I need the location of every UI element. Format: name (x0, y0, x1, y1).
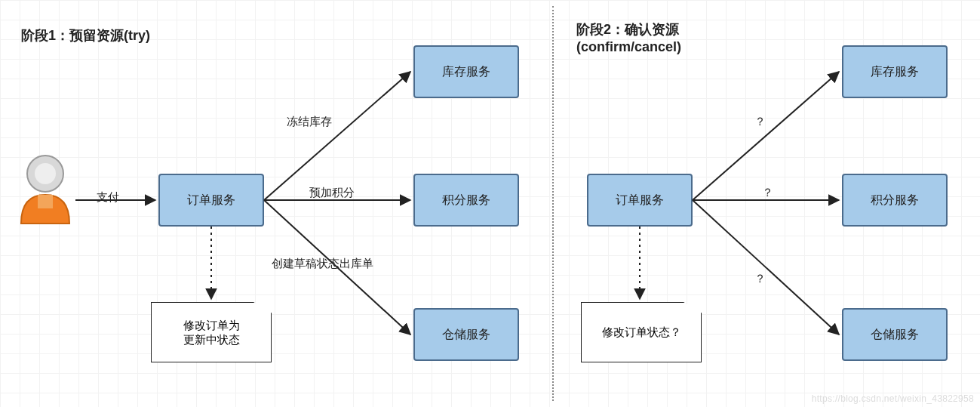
phase2-order-service: 订单服务 (587, 174, 693, 227)
phase1-points-service-label: 积分服务 (442, 193, 490, 208)
phase2-order-service-label: 订单服务 (616, 193, 664, 208)
svg-rect-2 (38, 195, 53, 208)
phase1-points-service: 积分服务 (413, 174, 519, 227)
phase2-title: 阶段2：确认资源 (confirm/cancel) (576, 21, 681, 57)
phase1-inventory-service: 库存服务 (413, 45, 519, 98)
phase-divider (552, 6, 554, 401)
phase1-order-service-label: 订单服务 (187, 193, 235, 208)
phase1-warehouse-service: 仓储服务 (413, 308, 519, 361)
edge-q3-label: ？ (754, 272, 766, 286)
edge-points-label: 预加积分 (309, 186, 355, 200)
svg-line-8 (693, 72, 839, 200)
svg-line-4 (264, 72, 410, 200)
phase2-points-service-label: 积分服务 (871, 193, 919, 208)
edge-pay-label: 支付 (97, 190, 119, 205)
phase1-note: 修改订单为 更新中状态 (151, 302, 272, 362)
phase2-warehouse-service: 仓储服务 (842, 308, 948, 361)
phase2-note-text: 修改订单状态？ (602, 325, 681, 340)
phase1-note-text: 修改订单为 更新中状态 (183, 318, 240, 347)
edge-q2-label: ？ (762, 186, 773, 200)
edge-freeze-label: 冻结库存 (287, 115, 332, 129)
watermark: https://blog.csdn.net/weixin_43822958 (812, 393, 974, 404)
phase1-order-service: 订单服务 (158, 174, 264, 227)
phase1-inventory-service-label: 库存服务 (442, 64, 490, 80)
user-icon (15, 151, 75, 234)
phase2-warehouse-service-label: 仓储服务 (871, 327, 919, 343)
phase1-title: 阶段1：预留资源(try) (21, 27, 150, 45)
phase2-inventory-service: 库存服务 (842, 45, 948, 98)
phase2-points-service: 积分服务 (842, 174, 948, 227)
svg-line-10 (693, 200, 839, 335)
edge-draft-label: 创建草稿状态出库单 (272, 257, 373, 271)
phase2-inventory-service-label: 库存服务 (871, 64, 919, 80)
phase2-note: 修改订单状态？ (581, 302, 702, 362)
svg-point-1 (35, 163, 56, 184)
edge-q1-label: ？ (754, 115, 766, 129)
phase1-warehouse-service-label: 仓储服务 (442, 327, 490, 343)
